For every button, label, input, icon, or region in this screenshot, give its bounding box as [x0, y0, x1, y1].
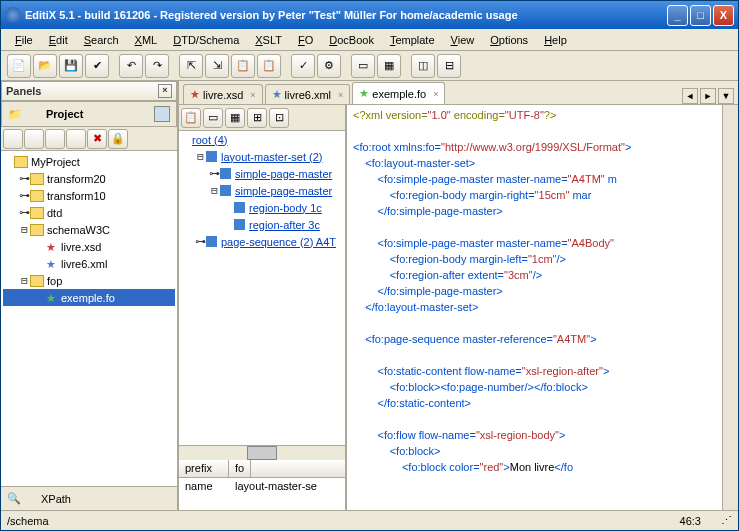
- outline-btn-5[interactable]: ⊡: [269, 108, 289, 128]
- code-line[interactable]: <fo:simple-page-master master-name="A4Bo…: [353, 235, 732, 251]
- tree-item-exemple-fo[interactable]: ★exemple.fo: [3, 289, 175, 306]
- tree-item-MyProject[interactable]: MyProject: [3, 153, 175, 170]
- outline-item[interactable]: ⊟simple-page-master: [179, 182, 345, 199]
- code-editor[interactable]: <?xml version="1.0" encoding="UTF-8"?> <…: [347, 105, 738, 510]
- code-line[interactable]: [353, 219, 732, 235]
- code-line[interactable]: <fo:static-content flow-name="xsl-region…: [353, 363, 732, 379]
- outline-item[interactable]: ⊟layout-master-set (2): [179, 148, 345, 165]
- code-line[interactable]: <fo:region-after extent="3cm"/>: [353, 267, 732, 283]
- code-line[interactable]: <fo:root xmlns:fo="http://www.w3.org/199…: [353, 139, 732, 155]
- maximize-button[interactable]: □: [690, 5, 711, 26]
- outline-item[interactable]: ⊶page-sequence (2) A4T: [179, 233, 345, 250]
- tree-item-livre-xsd[interactable]: ★livre.xsd: [3, 238, 175, 255]
- code-line[interactable]: [353, 315, 732, 331]
- menu-dtd-schema[interactable]: DTD/Schema: [165, 32, 247, 48]
- outline-hscroll[interactable]: [247, 446, 277, 460]
- panels-close-icon[interactable]: ×: [158, 84, 172, 98]
- transform-button[interactable]: ⚙: [317, 54, 341, 78]
- code-line[interactable]: <fo:layout-master-set>: [353, 155, 732, 171]
- code-line[interactable]: </fo:simple-page-master>: [353, 283, 732, 299]
- copy-button[interactable]: 📋: [231, 54, 255, 78]
- proj-btn-2[interactable]: [24, 129, 44, 149]
- tab-menu-button[interactable]: ▼: [718, 88, 734, 104]
- outline-item[interactable]: region-body 1c: [179, 199, 345, 216]
- menu-search[interactable]: Search: [76, 32, 127, 48]
- new-button[interactable]: 📄: [7, 54, 31, 78]
- code-line[interactable]: <fo:block>: [353, 443, 732, 459]
- open-button[interactable]: 📂: [33, 54, 57, 78]
- close-button[interactable]: X: [713, 5, 734, 26]
- outline-tree[interactable]: root (4)⊟layout-master-set (2)⊶simple-pa…: [179, 131, 345, 446]
- tab-exemple-fo[interactable]: ★exemple.fo×: [352, 82, 445, 104]
- collapse-button[interactable]: ⇱: [179, 54, 203, 78]
- menu-template[interactable]: Template: [382, 32, 443, 48]
- tree-item-schemaW3C[interactable]: ⊟schemaW3C: [3, 221, 175, 238]
- menu-fo[interactable]: FO: [290, 32, 321, 48]
- project-tree[interactable]: MyProject⊶transform20⊶transform10⊶dtd⊟sc…: [1, 151, 177, 486]
- tree-item-transform10[interactable]: ⊶transform10: [3, 187, 175, 204]
- paste-button[interactable]: 📋: [257, 54, 281, 78]
- menu-options[interactable]: Options: [482, 32, 536, 48]
- proj-lock-button[interactable]: 🔒: [108, 129, 128, 149]
- tree-item-fop[interactable]: ⊟fop: [3, 272, 175, 289]
- tree-item-dtd[interactable]: ⊶dtd: [3, 204, 175, 221]
- minimize-button[interactable]: _: [667, 5, 688, 26]
- proj-btn-1[interactable]: [3, 129, 23, 149]
- code-line[interactable]: </fo:static-content>: [353, 395, 732, 411]
- proj-btn-4[interactable]: [66, 129, 86, 149]
- page-button[interactable]: ▭: [351, 54, 375, 78]
- outline-panel: 📋 ▭ ▦ ⊞ ⊡ root (4)⊟layout-master-set (2)…: [179, 105, 347, 510]
- tree-item-livre6-xml[interactable]: ★livre6.xml: [3, 255, 175, 272]
- menu-help[interactable]: Help: [536, 32, 575, 48]
- expand-button[interactable]: ⇲: [205, 54, 229, 78]
- code-line[interactable]: [353, 123, 732, 139]
- code-line[interactable]: <fo:region-body margin-left="1cm"/>: [353, 251, 732, 267]
- tab-next-button[interactable]: ►: [700, 88, 716, 104]
- save-button[interactable]: 💾: [59, 54, 83, 78]
- code-line[interactable]: <fo:simple-page-master master-name="A4TM…: [353, 171, 732, 187]
- menu-file[interactable]: File: [7, 32, 41, 48]
- undo-button[interactable]: ↶: [119, 54, 143, 78]
- code-line[interactable]: <fo:flow flow-name="xsl-region-body">: [353, 427, 732, 443]
- code-line[interactable]: <fo:page-sequence master-reference="A4TM…: [353, 331, 732, 347]
- prefix-table: prefix fo name layout-master-se: [179, 460, 345, 510]
- proj-btn-3[interactable]: [45, 129, 65, 149]
- code-line[interactable]: </fo:simple-page-master>: [353, 203, 732, 219]
- outline-item[interactable]: root (4): [179, 131, 345, 148]
- tab-prev-button[interactable]: ◄: [682, 88, 698, 104]
- split-v-button[interactable]: ⊟: [437, 54, 461, 78]
- tree-item-transform20[interactable]: ⊶transform20: [3, 170, 175, 187]
- main-area: Panels × 📁 Project ✖ 🔒 MyProject⊶transfo…: [1, 81, 738, 510]
- code-line[interactable]: <fo:region-body margin-right="15cm" mar: [353, 187, 732, 203]
- outline-btn-3[interactable]: ▦: [225, 108, 245, 128]
- outline-btn-2[interactable]: ▭: [203, 108, 223, 128]
- check-button[interactable]: ✔: [85, 54, 109, 78]
- tab-livre6-xml[interactable]: ★livre6.xml×: [265, 84, 351, 104]
- validate-button[interactable]: ✓: [291, 54, 315, 78]
- outline-item[interactable]: ⊶simple-page-master: [179, 165, 345, 182]
- app-icon: [5, 7, 21, 23]
- code-line[interactable]: <fo:block><fo:page-number/></fo:block>: [353, 379, 732, 395]
- redo-button[interactable]: ↷: [145, 54, 169, 78]
- proj-delete-button[interactable]: ✖: [87, 129, 107, 149]
- outline-item[interactable]: region-after 3c: [179, 216, 345, 233]
- menu-docbook[interactable]: DocBook: [321, 32, 382, 48]
- menu-edit[interactable]: Edit: [41, 32, 76, 48]
- menu-xslt[interactable]: XSLT: [247, 32, 290, 48]
- code-line[interactable]: </fo:layout-master-set>: [353, 299, 732, 315]
- code-line[interactable]: [353, 347, 732, 363]
- editor-vscroll[interactable]: [722, 105, 738, 510]
- outline-btn-1[interactable]: 📋: [181, 108, 201, 128]
- code-line[interactable]: <fo:block color="red">Mon livre</fo: [353, 459, 732, 475]
- menu-xml[interactable]: XML: [127, 32, 166, 48]
- code-line[interactable]: <?xml version="1.0" encoding="UTF-8"?>: [353, 107, 732, 123]
- outline-btn-4[interactable]: ⊞: [247, 108, 267, 128]
- menu-view[interactable]: View: [443, 32, 483, 48]
- project-options-icon[interactable]: [154, 106, 170, 122]
- split-h-button[interactable]: ◫: [411, 54, 435, 78]
- resize-grip-icon[interactable]: ⋰: [721, 514, 732, 527]
- tab-livre-xsd[interactable]: ★livre.xsd×: [183, 84, 263, 104]
- format-button[interactable]: ▦: [377, 54, 401, 78]
- project-header: 📁 Project: [1, 101, 177, 127]
- code-line[interactable]: [353, 411, 732, 427]
